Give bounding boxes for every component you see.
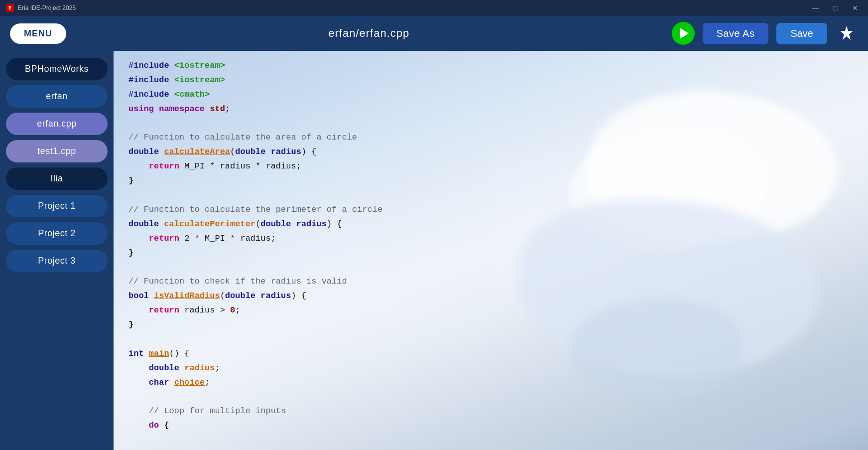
main-content: BPHomeWorks erfan erfan.cpp test1.cpp Il… — [0, 51, 868, 450]
code-line-8: return M_PI * radius * radius; — [128, 159, 853, 174]
code-line-2: #include <iostream> — [128, 73, 853, 88]
sidebar-item-erfan-cpp[interactable]: erfan.cpp — [6, 113, 108, 135]
close-button[interactable]: ✕ — [848, 3, 862, 13]
code-line-23: char choice; — [128, 376, 853, 390]
code-line-13: return 2 * M_PI * radius; — [128, 232, 853, 246]
sidebar-item-project3[interactable]: Project 3 — [6, 250, 108, 272]
theme-button[interactable] — [835, 22, 858, 45]
code-line-4: using namespace std; — [128, 102, 853, 117]
code-line-26: do { — [128, 419, 853, 433]
code-line-10 — [128, 188, 853, 203]
code-line-11: // Function to calculate the perimeter o… — [128, 203, 853, 217]
code-line-20 — [128, 332, 853, 347]
code-line-22: double radius; — [128, 361, 853, 376]
code-line-21: int main() { — [128, 347, 853, 361]
code-line-5 — [128, 117, 853, 131]
code-line-12: double calculatePerimeter(double radius)… — [128, 217, 853, 232]
code-line-19: } — [128, 318, 853, 332]
code-line-18: return radius > 0; — [128, 303, 853, 318]
sidebar-item-erfan[interactable]: erfan — [6, 85, 108, 108]
code-line-14: } — [128, 246, 853, 261]
code-content[interactable]: #include <iostream> #include <iostream> … — [114, 51, 868, 450]
theme-icon — [838, 25, 855, 42]
code-line-9: } — [128, 174, 853, 188]
toolbar: MENU erfan/erfan.cpp Save As Save — [0, 16, 868, 51]
code-line-6: // Function to calculate the area of a c… — [128, 131, 853, 145]
code-line-17: bool isValidRadius(double radius) { — [128, 289, 853, 303]
sidebar-item-project2[interactable]: Project 2 — [6, 222, 108, 245]
sidebar-item-ilia[interactable]: Ilia — [6, 167, 108, 190]
file-path-title: erfan/erfan.cpp — [74, 27, 664, 40]
menu-button[interactable]: MENU — [10, 23, 66, 44]
title-bar-text: Eria IDE-Project 2025 — [18, 4, 804, 11]
title-bar: E Eria IDE-Project 2025 — □ ✕ — [0, 0, 868, 16]
code-line-7: double calculateArea(double radius) { — [128, 145, 853, 159]
code-line-25: // Loop for multiple inputs — [128, 404, 853, 419]
sidebar-item-bphomeworks[interactable]: BPHomeWorks — [6, 58, 108, 80]
sidebar-item-test1-cpp[interactable]: test1.cpp — [6, 140, 108, 162]
code-editor[interactable]: #include <iostream> #include <iostream> … — [114, 51, 868, 450]
code-line-1: #include <iostream> — [128, 59, 853, 73]
svg-marker-0 — [840, 26, 853, 40]
run-button[interactable] — [672, 22, 695, 45]
code-line-16: // Function to check if the radius is va… — [128, 275, 853, 289]
minimize-button[interactable]: — — [808, 3, 822, 13]
save-as-button[interactable]: Save As — [703, 23, 769, 44]
code-line-24 — [128, 390, 853, 404]
sidebar-item-project1[interactable]: Project 1 — [6, 195, 108, 217]
sidebar: BPHomeWorks erfan erfan.cpp test1.cpp Il… — [0, 51, 114, 450]
maximize-button[interactable]: □ — [828, 3, 842, 13]
app-icon: E — [6, 4, 14, 12]
code-line-3: #include <cmath> — [128, 88, 853, 102]
save-button[interactable]: Save — [776, 23, 827, 44]
window-controls: — □ ✕ — [808, 3, 862, 13]
code-line-15 — [128, 260, 853, 275]
